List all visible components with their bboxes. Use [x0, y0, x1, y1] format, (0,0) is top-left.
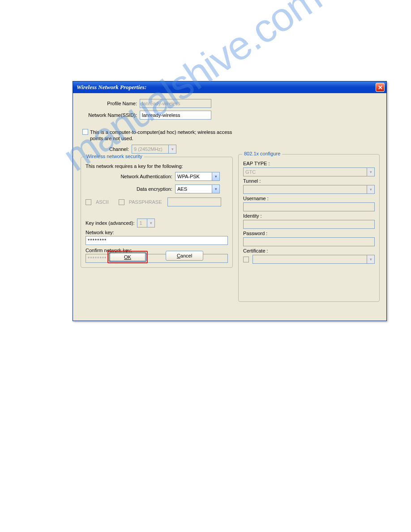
eap-select: GTC ▾: [243, 167, 375, 176]
password-input: [243, 237, 375, 246]
close-icon: ✕: [378, 84, 383, 91]
ssid-label: Network Name(SSID):: [81, 112, 140, 118]
cancel-button[interactable]: Cancel: [166, 251, 203, 261]
dialog-window: Wireless Network Properties: ✕ Profile N…: [73, 81, 387, 321]
channel-label: Channel:: [100, 146, 132, 152]
enc-label: Data encryption:: [86, 186, 175, 192]
netkey-label: Network key:: [86, 230, 228, 235]
tunnel-select: ▾: [243, 185, 375, 194]
password-label: Password :: [243, 231, 375, 236]
channel-select: 9 (2452MHz) ▾: [132, 145, 176, 154]
keyidx-label: Key index (advanced):: [86, 220, 134, 226]
username-input: [243, 202, 375, 211]
auth-label: Network Authentication:: [86, 174, 175, 179]
chevron-down-icon: ▾: [367, 168, 374, 176]
cert-label: Certificate :: [243, 248, 375, 253]
ok-button[interactable]: OK: [109, 252, 146, 262]
dot1x-fieldset: 802.1x configure EAP TYPE : GTC ▾ Tunnel…: [238, 154, 380, 302]
chevron-down-icon: ▾: [212, 172, 219, 180]
cert-checkbox: [243, 257, 249, 262]
identity-label: Identity :: [243, 213, 375, 219]
keyidx-value: 1: [137, 220, 147, 226]
auth-select[interactable]: WPA-PSK ▾: [175, 172, 220, 181]
titlebar[interactable]: Wireless Network Properties: ✕: [73, 82, 386, 93]
security-desc: This network requires a key for the foll…: [86, 163, 228, 169]
window-title: Wireless Network Properties:: [77, 84, 146, 91]
left-column: Profile Name: Network Name(SSID): This i…: [81, 99, 233, 268]
passphrase-label: PASSPHRASE: [129, 199, 162, 205]
ascii-label: ASCII: [96, 199, 109, 205]
enc-value: AES: [176, 186, 212, 192]
ascii-checkbox: [86, 199, 91, 205]
security-legend: Wireless network security: [85, 154, 144, 159]
chevron-down-icon: ▾: [367, 255, 374, 263]
adhoc-label: This is a computer-to-computer(ad hoc) n…: [90, 129, 233, 142]
passphrase-checkbox: [119, 199, 124, 205]
netkey-input[interactable]: [86, 236, 228, 245]
dot1x-legend: 802.1x configure: [242, 151, 282, 156]
chevron-down-icon: ▾: [367, 185, 374, 193]
identity-input: [243, 220, 375, 229]
auth-value: WPA-PSK: [176, 174, 212, 179]
chevron-down-icon: ▾: [168, 145, 176, 153]
profile-name-input: [140, 99, 211, 108]
cert-select: ▾: [253, 255, 375, 264]
close-button[interactable]: ✕: [376, 83, 385, 92]
tunnel-label: Tunnel :: [243, 178, 375, 184]
chevron-down-icon: ▾: [147, 219, 154, 227]
client-area: Profile Name: Network Name(SSID): This i…: [74, 93, 385, 319]
right-column: 802.1x configure EAP TYPE : GTC ▾ Tunnel…: [238, 151, 380, 302]
eap-value: GTC: [244, 169, 367, 175]
keyidx-select: 1 ▾: [137, 219, 155, 227]
passphrase-input: [167, 197, 221, 206]
adhoc-checkbox[interactable]: [82, 129, 88, 135]
profile-name-label: Profile Name:: [81, 101, 140, 106]
enc-select[interactable]: AES ▾: [175, 184, 220, 193]
username-label: Username :: [243, 196, 375, 201]
channel-value: 9 (2452MHz): [132, 146, 168, 152]
ok-highlight: OK: [107, 251, 148, 263]
eap-label: EAP TYPE :: [243, 161, 375, 166]
chevron-down-icon: ▾: [212, 185, 219, 193]
ssid-input[interactable]: [140, 111, 211, 120]
